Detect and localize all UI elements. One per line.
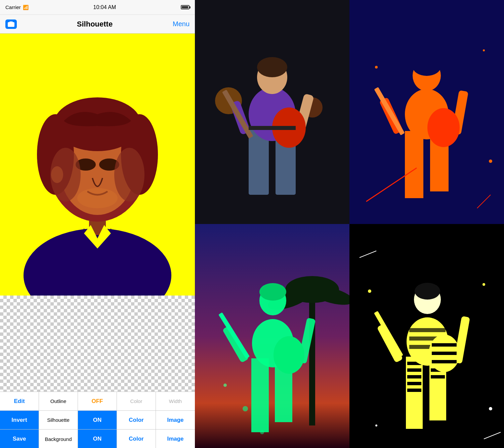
svg-rect-30 [405, 131, 423, 198]
svg-point-88 [375, 424, 377, 427]
edit-button[interactable]: Edit [0, 392, 39, 411]
gallery-orange-silhouette[interactable] [349, 0, 504, 224]
svg-rect-28 [249, 126, 296, 130]
silhouette-color-button[interactable]: Color [117, 411, 156, 430]
save-button[interactable]: Save [0, 430, 39, 448]
color-header: Color [117, 392, 156, 411]
svg-point-87 [489, 407, 492, 410]
background-on-button[interactable]: ON [78, 430, 117, 448]
svg-point-60 [223, 384, 227, 387]
camera-button[interactable] [5, 19, 17, 29]
svg-point-14 [50, 148, 81, 201]
svg-point-85 [368, 289, 371, 293]
carrier-text: Carrier [5, 4, 21, 10]
outline-label: Outline [39, 392, 78, 411]
gallery-green-silhouette[interactable] [195, 224, 349, 448]
width-header: Width [156, 392, 195, 411]
svg-point-86 [482, 283, 485, 286]
svg-point-36 [413, 57, 441, 76]
svg-rect-66 [407, 382, 421, 385]
svg-rect-62 [406, 357, 423, 429]
left-panel: Carrier 📶 10:04 AM Silhouette Menu [0, 0, 195, 448]
status-bar: Carrier 📶 10:04 AM [0, 0, 195, 15]
svg-rect-45 [309, 291, 315, 425]
svg-point-79 [415, 283, 440, 300]
svg-point-59 [260, 430, 264, 434]
svg-rect-81 [432, 343, 457, 347]
menu-button[interactable]: Menu [173, 20, 190, 28]
battery-container [181, 5, 190, 9]
background-image-button[interactable]: Image [156, 430, 195, 448]
svg-point-41 [375, 66, 378, 69]
battery-icon [181, 5, 190, 9]
svg-point-43 [489, 160, 492, 163]
svg-point-37 [427, 108, 460, 147]
svg-rect-49 [251, 358, 269, 432]
background-label: Background [39, 430, 78, 448]
svg-point-55 [259, 283, 286, 301]
svg-rect-65 [407, 375, 421, 378]
svg-point-11 [77, 188, 118, 208]
svg-rect-71 [431, 375, 445, 378]
svg-point-25 [257, 57, 287, 77]
portrait-art [0, 34, 195, 392]
gallery-panel [195, 0, 504, 448]
gallery-original-photo[interactable] [195, 0, 349, 224]
background-color-button[interactable]: Color [117, 430, 156, 448]
svg-rect-73 [409, 328, 446, 332]
svg-rect-67 [407, 389, 421, 392]
invert-button[interactable]: Invert [0, 411, 39, 430]
svg-point-56 [274, 336, 304, 374]
time-display: 10:04 AM [93, 4, 116, 10]
silhouette-label: Silhouette [39, 411, 78, 430]
wifi-icon: 📶 [23, 5, 29, 10]
gallery-yellow-silhouette[interactable] [349, 224, 504, 448]
svg-rect-83 [432, 360, 457, 363]
status-left: Carrier 📶 [5, 4, 29, 10]
outline-off-button[interactable]: OFF [78, 392, 117, 411]
nav-bar: Silhouette Menu [0, 15, 195, 34]
svg-point-58 [243, 406, 248, 411]
app-title: Silhouette [77, 20, 113, 29]
silhouette-image-button[interactable]: Image [156, 411, 195, 430]
main-image-area [0, 34, 195, 392]
svg-point-15 [114, 148, 144, 201]
svg-point-42 [483, 49, 485, 51]
svg-rect-64 [407, 368, 421, 372]
silhouette-on-button[interactable]: ON [78, 411, 117, 430]
toolbar: Edit Outline OFF Color Width Invert Silh… [0, 392, 195, 448]
svg-rect-82 [432, 352, 457, 355]
